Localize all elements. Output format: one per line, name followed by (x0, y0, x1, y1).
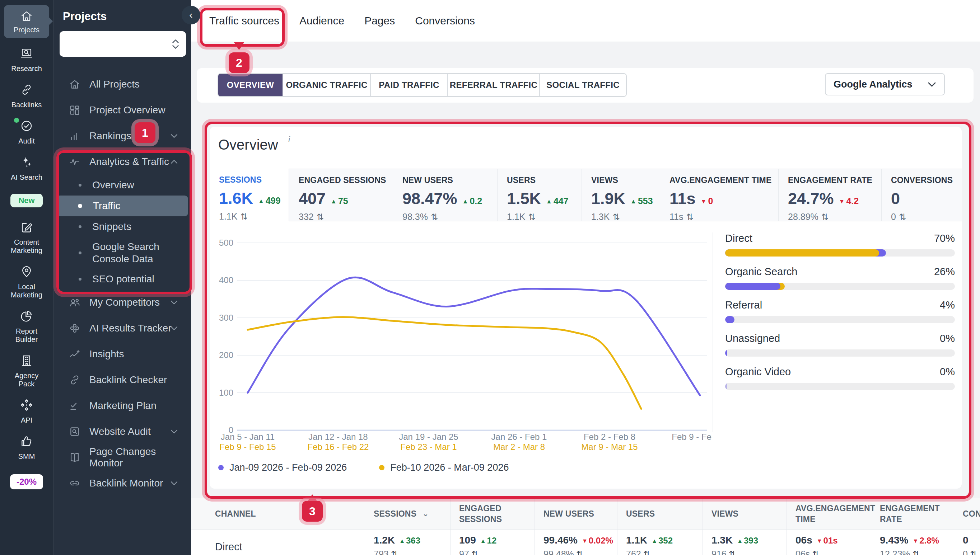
tab-traffic-sources[interactable]: Traffic sources (209, 15, 279, 27)
sidebar-item-backlink-checker[interactable]: Backlink Checker (53, 367, 191, 393)
metric-card-avg-engagement-time[interactable]: AVG.ENGAGEMENT TIME11s▼011s⇅ (660, 168, 778, 221)
sidebar-subitem-google-search-console-data[interactable]: Google Search Console Data (56, 237, 188, 269)
sidebar-collapse-button[interactable]: ‹ (182, 6, 200, 24)
svg-text:400: 400 (219, 275, 233, 285)
sidebar-item-insights[interactable]: Insights (53, 341, 191, 367)
cell-previous-value: 762⇅ (626, 549, 702, 555)
svg-text:Mar 9 - Mar 15: Mar 9 - Mar 15 (581, 442, 638, 452)
rail-item-backlinks[interactable]: Backlinks (2, 83, 52, 109)
info-icon[interactable]: i (288, 134, 291, 144)
metric-card-new-users[interactable]: NEW USERS98.47%▲0.298.3%⇅ (393, 168, 497, 221)
bullet-dot-icon (78, 204, 82, 208)
tab-pages[interactable]: Pages (365, 15, 395, 27)
sidebar-item-ai-results-tracker[interactable]: AI Results Tracker (53, 315, 191, 341)
rail-list: ProjectsResearchBacklinksAuditAI SearchN… (0, 0, 53, 489)
rail-item-ai-search[interactable]: AI Search (2, 156, 52, 181)
sidebar-subitem-label: SEO potential (92, 269, 154, 289)
channel-percent: 0% (940, 366, 955, 378)
sidebar-item-website-audit[interactable]: Website Audit (53, 419, 191, 444)
rail-item-label: API (21, 416, 32, 424)
table-header-views[interactable]: VIEWS (702, 498, 787, 529)
app-root: ProjectsResearchBacklinksAuditAI SearchN… (0, 0, 980, 555)
rail-item-local-marketing[interactable]: Local Marketing (2, 265, 52, 299)
metric-card-engagement-rate[interactable]: ENGAGEMENT RATE24.7%▼4.228.89%⇅ (778, 168, 881, 221)
rail-item-label: Agency Pack (15, 372, 39, 388)
table-row[interactable]: Direct1.2K▲363793⇅109▲1297⇅99.46%▼0.02%9… (191, 529, 980, 555)
sidebar-item-rankings[interactable]: Rankings (53, 123, 191, 149)
tab-audience[interactable]: Audience (299, 15, 344, 27)
table-header-conversions[interactable]: CONVERSIONS (954, 498, 980, 529)
column-label: SESSIONS (374, 508, 416, 519)
metric-card-engaged-sessions[interactable]: ENGAGED SESSIONS407▲75332⇅ (289, 168, 393, 221)
rail-item-projects[interactable]: Projects (4, 5, 49, 38)
sidebar-item-backlink-monitor[interactable]: Backlink Monitor (53, 470, 191, 496)
channel-cell-value: Direct (215, 541, 242, 553)
sidebar-subitem-overview[interactable]: Overview (56, 175, 188, 196)
metric-label: SESSIONS (219, 175, 289, 185)
channel-name: Organic Video (725, 366, 791, 378)
sidebar-item-marketing-plan[interactable]: Marketing Plan (53, 393, 191, 419)
rail-item-label: Content Marketing (11, 238, 42, 255)
metric-label: ENGAGEMENT RATE (788, 175, 881, 185)
metric-previous-value: 98.3%⇅ (402, 212, 497, 222)
table-header-engagement-rate[interactable]: ENGAGEMENT RATE (871, 498, 954, 529)
metric-previous-value: 1.1K⇅ (507, 212, 582, 222)
sidebar-subitem-label: Snippets (92, 217, 132, 236)
sidebar-item-all-projects[interactable]: All Projects (53, 71, 191, 97)
pencil-square-icon (20, 220, 34, 234)
subtab-organic-traffic[interactable]: ORGANIC TRAFFIC (283, 74, 370, 96)
home-icon (69, 78, 81, 90)
table-header-avg-engagement-time[interactable]: AVG.ENGAGEMENT TIME (787, 498, 871, 529)
check-line-icon (69, 399, 81, 412)
table-header-new-users[interactable]: NEW USERS (535, 498, 617, 529)
table-header-channel[interactable]: CHANNEL (191, 498, 365, 529)
channel-bar (725, 383, 955, 390)
rail-item-research[interactable]: Research (2, 47, 52, 73)
subtab-referral-traffic[interactable]: REFERRAL TRAFFIC (447, 74, 539, 96)
column-label: CONVERSIONS (963, 508, 980, 519)
chevron-down-icon (170, 299, 178, 306)
sessions-line-chart[interactable]: 0100200300400500Jan 5 - Jan 11Feb 9 - Fe… (210, 225, 712, 462)
rail-item-audit[interactable]: Audit (2, 119, 52, 145)
sidebar-subitem-traffic[interactable]: Traffic (56, 196, 188, 217)
channel-bar (725, 283, 955, 290)
subtab-paid-traffic[interactable]: PAID TRAFFIC (370, 74, 447, 96)
project-selector-dropdown[interactable] (59, 31, 186, 57)
rail-item-api[interactable]: API (2, 398, 52, 424)
rail-item-report-builder[interactable]: Report Builder (2, 309, 52, 344)
sidebar-subitem-snippets[interactable]: Snippets (56, 217, 188, 237)
legend-item[interactable]: Feb-10 2026 - Mar-09 2026 (379, 462, 509, 473)
metric-card-sessions[interactable]: SESSIONS1.6K▲4991.1K⇅ (210, 168, 289, 221)
sidebar-item-project-overview[interactable]: Project Overview (53, 97, 191, 123)
sidebar-subitem-seo-potential[interactable]: SEO potential (56, 269, 188, 290)
svg-text:Feb 2 - Feb 8: Feb 2 - Feb 8 (584, 432, 635, 442)
subtab-overview[interactable]: OVERVIEW (218, 74, 283, 96)
metric-card-views[interactable]: VIEWS1.9K▲5531.3K⇅ (582, 168, 660, 221)
analytics-source-dropdown[interactable]: Google Analytics (825, 73, 945, 95)
sidebar-item-analytics-traffic[interactable]: Analytics & Traffic (53, 149, 191, 175)
metric-delta: ▲447 (546, 196, 569, 206)
svg-text:Jan 12 - Jan 18: Jan 12 - Jan 18 (308, 432, 368, 442)
sidebar-item-page-changes-monitor[interactable]: Page Changes Monitor (53, 444, 191, 470)
chart-channel-divider (713, 233, 713, 432)
subtab-social-traffic[interactable]: SOCIAL TRAFFIC (539, 74, 626, 96)
metric-card-users[interactable]: USERS1.5K▲4471.1K⇅ (497, 168, 582, 221)
table-header-sessions[interactable]: SESSIONS⌄ (365, 498, 450, 529)
rail-item-content-marketing[interactable]: Content Marketing (2, 220, 52, 255)
table-header-users[interactable]: USERS (617, 498, 702, 529)
metric-label: VIEWS (591, 175, 660, 185)
sparkles-icon (20, 156, 34, 169)
sidebar-item-my-competitors[interactable]: My Competitors (53, 290, 191, 315)
metric-card-conversions[interactable]: CONVERSIONS00⇅ (881, 168, 962, 221)
cell-value: 1.2K (374, 534, 395, 546)
legend-item[interactable]: Jan-09 2026 - Feb-09 2026 (218, 462, 347, 473)
chevron-up-icon (170, 159, 178, 165)
rail-item-agency-pack[interactable]: Agency Pack (2, 354, 52, 388)
table-header-engaged-sessions[interactable]: ENGAGED SESSIONS (450, 498, 535, 529)
tab-conversions[interactable]: Conversions (415, 15, 475, 27)
rail-item-smm[interactable]: SMM (2, 435, 52, 460)
up-down-chevrons-icon (171, 38, 180, 50)
column-label: VIEWS (712, 508, 738, 519)
annotation-tail-2 (234, 42, 244, 50)
home-icon (20, 9, 34, 23)
